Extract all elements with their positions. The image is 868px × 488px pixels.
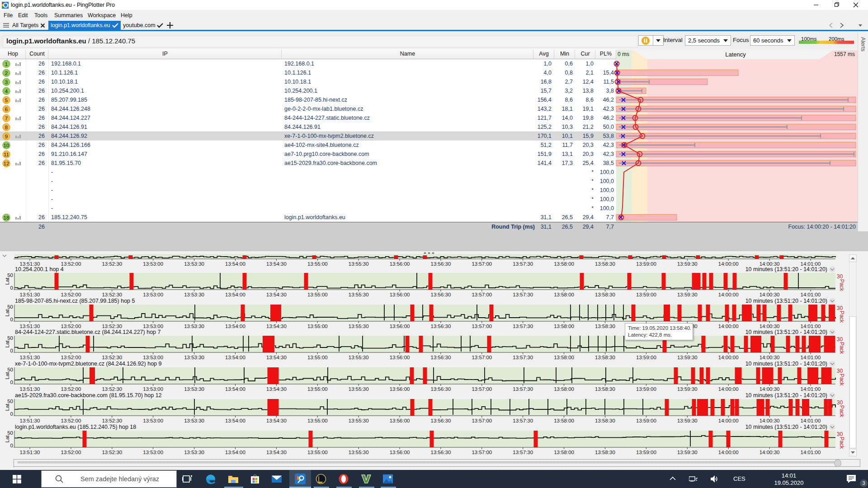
svg-text:13:54:00: 13:54:00 <box>225 450 245 455</box>
svg-text:13:52:00: 13:52:00 <box>61 418 81 423</box>
svg-text:13:54:30: 13:54:30 <box>266 355 287 360</box>
svg-text:Lat: Lat <box>5 340 10 348</box>
svg-text:13:58:30: 13:58:30 <box>595 386 615 392</box>
svg-text:13:53:00: 13:53:00 <box>143 450 163 455</box>
svg-text:13:52:00: 13:52:00 <box>61 386 81 392</box>
svg-text:13:58:30: 13:58:30 <box>595 418 615 423</box>
svg-text:50: 50 <box>7 304 13 310</box>
svg-text:13:54:00: 13:54:00 <box>225 292 245 297</box>
svg-text:13:55:30: 13:55:30 <box>349 450 369 455</box>
svg-text:13:54:30: 13:54:30 <box>266 450 287 455</box>
svg-text:13:59:30: 13:59:30 <box>677 450 698 455</box>
svg-text:13:58:30: 13:58:30 <box>595 450 615 455</box>
svg-text:13:56:00: 13:56:00 <box>390 355 410 360</box>
svg-text:13:57:30: 13:57:30 <box>513 355 533 360</box>
svg-text:13:56:30: 13:56:30 <box>431 292 451 297</box>
svg-text:13:53:00: 13:53:00 <box>143 386 163 392</box>
svg-text:13:56:00: 13:56:00 <box>390 292 410 297</box>
svg-text:50: 50 <box>7 399 13 404</box>
svg-text:13:54:30: 13:54:30 <box>266 418 287 423</box>
svg-text:13:58:00: 13:58:00 <box>554 292 574 297</box>
svg-text:185-98-207-85.hi-next.cz (85.2: 185-98-207-85.hi-next.cz (85.207.99.185)… <box>15 298 135 304</box>
svg-text:13:57:30: 13:57:30 <box>513 292 533 297</box>
svg-text:0: 0 <box>10 317 13 322</box>
svg-text:13:54:00: 13:54:00 <box>225 386 245 392</box>
svg-text:50: 50 <box>7 430 13 436</box>
svg-text:13:56:30: 13:56:30 <box>431 355 451 360</box>
svg-text:13:52:00: 13:52:00 <box>61 292 81 297</box>
svg-text:13:56:30: 13:56:30 <box>431 418 451 423</box>
svg-text:13:54:00: 13:54:00 <box>225 418 245 423</box>
svg-text:13:53:30: 13:53:30 <box>184 261 204 267</box>
svg-text:13:55:30: 13:55:30 <box>349 386 369 392</box>
svg-text:13:52:30: 13:52:30 <box>102 324 122 329</box>
svg-text:13:54:30: 13:54:30 <box>266 261 287 267</box>
svg-text:14:00:30: 14:00:30 <box>760 418 780 423</box>
svg-text:14:00:30: 14:00:30 <box>760 292 780 297</box>
svg-text:13:55:00: 13:55:00 <box>307 261 328 267</box>
svg-text:13:51:30: 13:51:30 <box>20 418 40 423</box>
svg-text:13:54:30: 13:54:30 <box>266 386 287 392</box>
svg-text:13:55:30: 13:55:30 <box>349 355 369 360</box>
svg-text:13:52:00: 13:52:00 <box>61 355 81 360</box>
svg-text:Lat: Lat <box>5 435 10 443</box>
svg-text:13:55:30: 13:55:30 <box>349 261 369 267</box>
svg-text:0: 0 <box>10 443 13 448</box>
svg-text:13:58:00: 13:58:00 <box>554 450 574 455</box>
svg-text:0: 0 <box>10 411 13 417</box>
svg-text:13:56:30: 13:56:30 <box>431 324 451 329</box>
svg-text:13:57:30: 13:57:30 <box>513 386 533 392</box>
svg-text:10 minutes (13:51:20 - 14:01:2: 10 minutes (13:51:20 - 14:01:20) <box>745 361 827 367</box>
svg-text:13:59:00: 13:59:00 <box>636 261 656 267</box>
svg-text:13:58:30: 13:58:30 <box>595 324 615 329</box>
svg-text:13:52:30: 13:52:30 <box>102 261 122 267</box>
svg-text:13:55:00: 13:55:00 <box>307 450 328 455</box>
svg-text:13:53:00: 13:53:00 <box>143 261 163 267</box>
svg-text:13:53:30: 13:53:30 <box>184 355 204 360</box>
svg-text:14:01:00: 14:01:00 <box>801 292 821 297</box>
svg-text:xe-7-1-0-100-mx-tvpm2.bluetone: xe-7-1-0-100-mx-tvpm2.bluetone.cz (84.24… <box>15 361 162 367</box>
svg-text:13:52:30: 13:52:30 <box>102 386 122 392</box>
svg-text:14:00:00: 14:00:00 <box>718 418 739 423</box>
svg-text:13:58:00: 13:58:00 <box>554 386 574 392</box>
svg-text:13:53:30: 13:53:30 <box>184 324 204 329</box>
svg-text:Lat: Lat <box>5 404 10 411</box>
svg-text:0: 0 <box>10 380 13 385</box>
svg-text:14:01:00: 14:01:00 <box>801 355 821 360</box>
svg-text:13:51:30: 13:51:30 <box>20 450 40 455</box>
svg-text:13:52:30: 13:52:30 <box>102 292 122 297</box>
svg-text:13:59:30: 13:59:30 <box>677 418 698 423</box>
svg-text:13:59:30: 13:59:30 <box>677 386 698 392</box>
svg-text:Pack: Pack <box>839 405 845 418</box>
svg-text:10 minutes (13:51:20 - 14:01:2: 10 minutes (13:51:20 - 14:01:20) <box>745 298 827 304</box>
svg-text:Pack: Pack <box>839 279 845 292</box>
svg-text:13:56:00: 13:56:00 <box>390 324 410 329</box>
svg-text:13:55:30: 13:55:30 <box>349 418 369 423</box>
svg-text:10 minutes (13:51:20 - 14:01:2: 10 minutes (13:51:20 - 14:01:20) <box>745 329 827 335</box>
svg-text:13:56:00: 13:56:00 <box>390 418 410 423</box>
svg-text:13:55:30: 13:55:30 <box>349 292 369 297</box>
svg-text:13:59:30: 13:59:30 <box>677 292 698 297</box>
svg-text:13:59:30: 13:59:30 <box>677 261 698 267</box>
svg-text:10 minutes (13:51:20 - 14:01:2: 10 minutes (13:51:20 - 14:01:20) <box>745 266 827 272</box>
svg-text:14:00:30: 14:00:30 <box>760 324 780 329</box>
svg-text:13:58:00: 13:58:00 <box>554 418 574 423</box>
svg-text:13:57:30: 13:57:30 <box>513 450 533 455</box>
svg-text:13:52:30: 13:52:30 <box>102 418 122 423</box>
svg-text:13:55:00: 13:55:00 <box>307 292 328 297</box>
svg-text:13:58:00: 13:58:00 <box>554 324 574 329</box>
svg-text:13:59:00: 13:59:00 <box>636 450 656 455</box>
svg-text:13:59:00: 13:59:00 <box>636 355 656 360</box>
svg-text:13:53:00: 13:53:00 <box>143 418 163 423</box>
svg-text:13:57:00: 13:57:00 <box>472 324 492 329</box>
svg-text:14:00:30: 14:00:30 <box>760 450 780 455</box>
svg-text:0: 0 <box>10 348 13 353</box>
svg-text:13:57:30: 13:57:30 <box>513 261 533 267</box>
svg-text:14:00:30: 14:00:30 <box>760 355 780 360</box>
svg-text:13:56:00: 13:56:00 <box>390 261 410 267</box>
svg-text:14:00:00: 14:00:00 <box>718 386 739 392</box>
svg-text:14:00:00: 14:00:00 <box>718 450 739 455</box>
svg-text:13:57:00: 13:57:00 <box>472 450 492 455</box>
svg-text:14:00:00: 14:00:00 <box>718 261 739 267</box>
svg-text:13:56:00: 13:56:00 <box>390 386 410 392</box>
